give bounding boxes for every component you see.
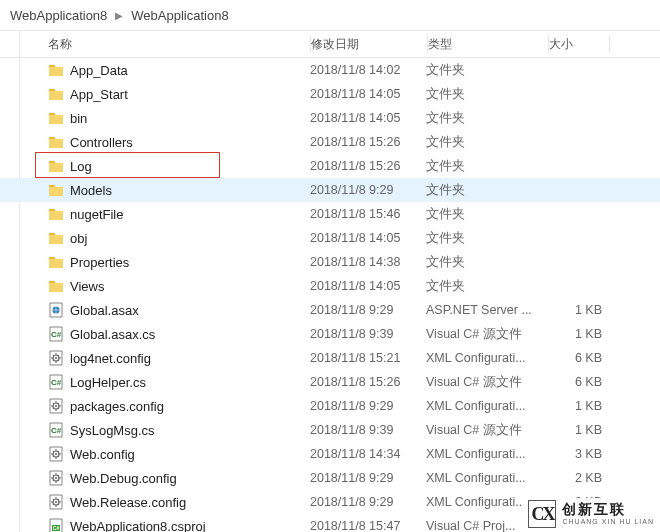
file-type: 文件夹	[426, 182, 546, 199]
file-date: 2018/11/8 9:29	[310, 495, 426, 509]
file-type: 文件夹	[426, 230, 546, 247]
file-type: 文件夹	[426, 158, 546, 175]
file-row[interactable]: Web.config2018/11/8 14:34XML Configurati…	[0, 442, 660, 466]
file-name: Web.Release.config	[70, 495, 186, 510]
file-row[interactable]: C#Global.asax.cs2018/11/8 9:39Visual C# …	[0, 322, 660, 346]
file-type: 文件夹	[426, 86, 546, 103]
file-type: XML Configurati...	[426, 351, 546, 365]
breadcrumb[interactable]: WebApplication8 ▶ WebApplication8	[0, 0, 660, 30]
file-name: LogHelper.cs	[70, 375, 146, 390]
cs-icon: C#	[48, 374, 64, 390]
file-date: 2018/11/8 14:05	[310, 111, 426, 125]
file-row[interactable]: Controllers2018/11/8 15:26文件夹	[0, 130, 660, 154]
file-date: 2018/11/8 15:47	[310, 519, 426, 532]
file-row[interactable]: Log2018/11/8 15:26文件夹	[0, 154, 660, 178]
cs-icon: C#	[48, 326, 64, 342]
svg-text:C#: C#	[53, 525, 60, 531]
breadcrumb-item-1[interactable]: WebApplication8	[10, 8, 107, 23]
file-name: log4net.config	[70, 351, 151, 366]
svg-point-16	[55, 453, 57, 455]
file-name: Log	[70, 159, 92, 174]
file-size: 1 KB	[546, 327, 606, 341]
file-date: 2018/11/8 15:26	[310, 135, 426, 149]
file-name: Web.config	[70, 447, 135, 462]
file-date: 2018/11/8 9:39	[310, 423, 426, 437]
config-icon	[48, 494, 64, 510]
folder-icon	[48, 230, 64, 246]
folder-icon	[48, 86, 64, 102]
config-icon	[48, 350, 64, 366]
file-type: 文件夹	[426, 134, 546, 151]
file-row[interactable]: Properties2018/11/8 14:38文件夹	[0, 250, 660, 274]
file-date: 2018/11/8 9:29	[310, 303, 426, 317]
file-date: 2018/11/8 14:34	[310, 447, 426, 461]
chevron-right-icon: ▶	[115, 10, 123, 21]
file-row[interactable]: C#LogHelper.cs2018/11/8 15:26Visual C# 源…	[0, 370, 660, 394]
file-row[interactable]: C#SysLogMsg.cs2018/11/8 9:39Visual C# 源文…	[0, 418, 660, 442]
file-size: 2 KB	[546, 471, 606, 485]
file-size: 1 KB	[546, 423, 606, 437]
csproj-icon: C#	[48, 518, 64, 532]
file-size: 6 KB	[546, 351, 606, 365]
file-size: 6 KB	[546, 375, 606, 389]
file-date: 2018/11/8 15:26	[310, 375, 426, 389]
header-type[interactable]: 类型	[428, 36, 548, 53]
file-row[interactable]: log4net.config2018/11/8 15:21XML Configu…	[0, 346, 660, 370]
file-type: 文件夹	[426, 278, 546, 295]
folder-icon	[48, 278, 64, 294]
file-row[interactable]: Web.Debug.config2018/11/8 9:29XML Config…	[0, 466, 660, 490]
header-size[interactable]: 大小	[549, 36, 609, 53]
folder-icon	[48, 110, 64, 126]
config-icon	[48, 446, 64, 462]
svg-point-19	[55, 477, 57, 479]
folder-icon	[48, 254, 64, 270]
file-name: Global.asax	[70, 303, 139, 318]
file-row[interactable]: nugetFile2018/11/8 15:46文件夹	[0, 202, 660, 226]
watermark-text-small: CHUANG XIN HU LIAN	[562, 518, 654, 526]
file-row[interactable]: App_Data2018/11/8 14:02文件夹	[0, 58, 660, 82]
file-name: packages.config	[70, 399, 164, 414]
file-type: 文件夹	[426, 110, 546, 127]
file-date: 2018/11/8 9:29	[310, 471, 426, 485]
file-row[interactable]: Views2018/11/8 14:05文件夹	[0, 274, 660, 298]
svg-text:C#: C#	[51, 330, 62, 339]
file-name: WebApplication8.csproj	[70, 519, 206, 533]
asax-icon	[48, 302, 64, 318]
file-date: 2018/11/8 14:05	[310, 87, 426, 101]
file-name: nugetFile	[70, 207, 123, 222]
file-row[interactable]: Models2018/11/8 9:29文件夹	[0, 178, 660, 202]
column-headers: 名称 修改日期 类型 大小	[0, 30, 660, 58]
file-date: 2018/11/8 14:38	[310, 255, 426, 269]
file-date: 2018/11/8 9:39	[310, 327, 426, 341]
file-type: 文件夹	[426, 206, 546, 223]
file-size: 3 KB	[546, 447, 606, 461]
file-name: Global.asax.cs	[70, 327, 155, 342]
file-date: 2018/11/8 9:29	[310, 183, 426, 197]
folder-icon	[48, 206, 64, 222]
file-date: 2018/11/8 15:26	[310, 159, 426, 173]
file-name: SysLogMsg.cs	[70, 423, 155, 438]
file-name: bin	[70, 111, 87, 126]
header-date[interactable]: 修改日期	[311, 36, 427, 53]
folder-icon	[48, 158, 64, 174]
svg-point-22	[55, 501, 57, 503]
file-row[interactable]: obj2018/11/8 14:05文件夹	[0, 226, 660, 250]
file-row[interactable]: packages.config2018/11/8 9:29XML Configu…	[0, 394, 660, 418]
file-row[interactable]: App_Start2018/11/8 14:05文件夹	[0, 82, 660, 106]
file-date: 2018/11/8 14:05	[310, 279, 426, 293]
file-type: ASP.NET Server ...	[426, 303, 546, 317]
file-name: Controllers	[70, 135, 133, 150]
file-type: XML Configurati...	[426, 471, 546, 485]
file-name: App_Start	[70, 87, 128, 102]
header-name[interactable]: 名称	[0, 36, 310, 53]
file-date: 2018/11/8 15:46	[310, 207, 426, 221]
file-name: Models	[70, 183, 112, 198]
file-row[interactable]: bin2018/11/8 14:05文件夹	[0, 106, 660, 130]
watermark-text-large: 创新互联	[562, 502, 654, 517]
file-row[interactable]: Global.asax2018/11/8 9:29ASP.NET Server …	[0, 298, 660, 322]
folder-icon	[48, 182, 64, 198]
file-name: Web.Debug.config	[70, 471, 177, 486]
breadcrumb-item-2[interactable]: WebApplication8	[131, 8, 228, 23]
watermark: CX 创新互联 CHUANG XIN HU LIAN	[522, 498, 660, 530]
file-date: 2018/11/8 14:05	[310, 231, 426, 245]
